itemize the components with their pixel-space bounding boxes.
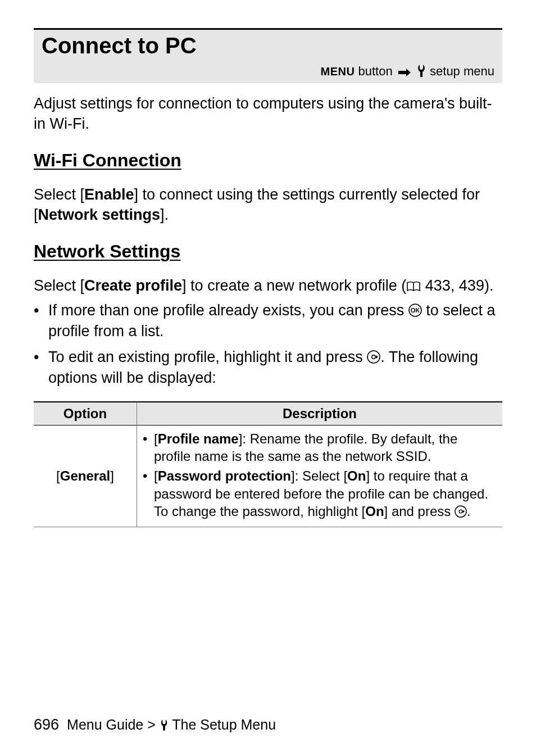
- page-ref-icon: [406, 277, 421, 294]
- svg-text:OK: OK: [411, 307, 420, 314]
- text-fragment: Select [: [34, 277, 84, 294]
- table-row: [General] [Profile name]: Rename the pro…: [34, 425, 502, 527]
- footer-breadcrumb: Menu Guide > The Setup Menu: [67, 717, 276, 733]
- page-number: 696: [34, 716, 59, 734]
- wrench-icon: [160, 717, 169, 732]
- dpad-right-icon: [367, 348, 380, 365]
- text-fragment: ].: [160, 206, 169, 223]
- password-protection-label: Password protection: [158, 468, 291, 483]
- dpad-right-icon: [455, 504, 467, 519]
- cell-bullet-item: [Profile name]: Rename the profile. By d…: [143, 430, 497, 465]
- text-fragment: .: [467, 504, 471, 519]
- arrow-right-icon: [398, 64, 414, 78]
- button-word: button: [355, 64, 396, 78]
- text-fragment: ] and press: [384, 504, 455, 519]
- table-header-row: Option Description: [34, 402, 502, 425]
- text-fragment: [: [154, 431, 158, 446]
- bullet-item: To edit an existing profile, highlight i…: [34, 347, 502, 388]
- section-heading-network: Network Settings: [34, 241, 502, 262]
- on-label: On: [365, 504, 384, 519]
- section-heading-wifi: Wi-Fi Connection: [34, 150, 502, 171]
- svg-point-4: [372, 355, 375, 359]
- option-cell: [General]: [34, 425, 137, 527]
- text-fragment: ] to create a new network profile (: [182, 277, 406, 294]
- section2-text: Select [Create profile] to create a new …: [34, 275, 502, 296]
- wrench-icon: [416, 64, 430, 78]
- profile-name-label: Profile name: [158, 431, 239, 446]
- network-settings-label: Network settings: [38, 206, 161, 223]
- text-fragment: [: [56, 468, 60, 483]
- text-fragment: ]: Select [: [291, 468, 347, 483]
- bullet-list: If more than one profile already exists,…: [34, 300, 502, 393]
- description-cell: [Profile name]: Rename the profile. By d…: [137, 425, 502, 527]
- cell-bullet-item: [Password protection]: Select [On] to re…: [143, 467, 497, 520]
- breadcrumb: MENU button setup menu: [34, 62, 502, 83]
- create-profile-label: Create profile: [84, 277, 182, 294]
- svg-point-6: [459, 510, 462, 513]
- intro-text: Adjust settings for connection to comput…: [34, 93, 502, 134]
- menu-label: MENU: [321, 65, 355, 78]
- text-fragment: 433, 439).: [421, 277, 493, 294]
- general-label: General: [60, 468, 110, 483]
- bullet-item: If more than one profile already exists,…: [34, 300, 502, 341]
- page-title-block: Connect to PC: [34, 28, 502, 62]
- options-table: Option Description [General] [Profile na…: [34, 401, 502, 527]
- breadcrumb-target: setup menu: [430, 64, 494, 78]
- text-fragment: Select [: [34, 186, 84, 203]
- cell-bullet-list: [Profile name]: Rename the profile. By d…: [143, 430, 497, 520]
- text-fragment: [: [154, 468, 158, 483]
- text-fragment: The Setup Menu: [169, 717, 276, 732]
- on-label: On: [347, 468, 366, 483]
- text-fragment: If more than one profile already exists,…: [48, 302, 408, 319]
- section1-text: Select [Enable] to connect using the set…: [34, 184, 502, 225]
- col-header-description: Description: [137, 402, 502, 425]
- enable-label: Enable: [84, 186, 134, 203]
- text-fragment: To edit an existing profile, highlight i…: [48, 348, 367, 365]
- page-title: Connect to PC: [42, 33, 494, 58]
- ok-button-icon: OK: [408, 302, 422, 319]
- page-footer: 696 Menu Guide > The Setup Menu: [34, 705, 502, 734]
- text-fragment: Menu Guide >: [67, 717, 160, 732]
- col-header-option: Option: [34, 402, 137, 425]
- text-fragment: ]: [110, 468, 114, 483]
